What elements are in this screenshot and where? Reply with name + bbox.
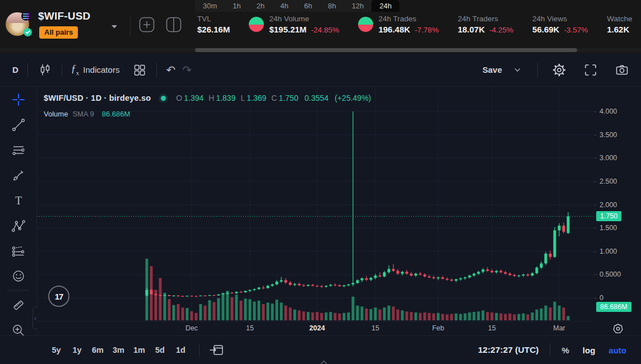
- price-tick-mark: [594, 135, 597, 136]
- volume-legend[interactable]: Volume SMA 9 86.686M: [44, 110, 130, 118]
- add-pair-button[interactable]: [139, 17, 155, 32]
- brush-icon[interactable]: [0, 162, 37, 188]
- layout-grid-button[interactable]: [128, 60, 151, 80]
- price-axis[interactable]: 4.0003.5003.0002.5002.0001.5001.0000.500…: [594, 87, 641, 321]
- stat-label: Watche: [607, 15, 632, 23]
- interval-tab-8h[interactable]: 8h: [320, 0, 343, 12]
- text-icon[interactable]: T: [0, 188, 37, 213]
- time-axis[interactable]: Dec15202415Feb15Mar: [37, 321, 594, 335]
- chart-toolbar: D ƒx Indicators ↶ ↷ Save: [0, 53, 641, 87]
- stat-label: 24h Volume: [269, 15, 339, 23]
- time-tick-label-Feb: Feb: [432, 324, 444, 332]
- time-tick-label-Dec: Dec: [185, 324, 198, 332]
- pane-expand-caret-icon[interactable]: [320, 357, 327, 364]
- drawing-tools-sidebar: T: [0, 87, 37, 364]
- xabcd-pattern-icon[interactable]: [0, 213, 37, 238]
- save-button[interactable]: Save: [479, 63, 505, 77]
- range-button-5y[interactable]: 5y: [47, 343, 66, 357]
- price-tick-mark: [594, 181, 597, 182]
- price-tick-label: 3.000: [600, 153, 617, 162]
- range-button-1y[interactable]: 1y: [68, 343, 86, 357]
- header-separator: [130, 15, 131, 37]
- stat-value: $26.16M: [197, 25, 230, 34]
- sidebar-divider: [7, 290, 30, 291]
- token-avatar[interactable]: [6, 12, 32, 39]
- stat-value: 196.48K: [378, 25, 410, 34]
- log-scale-button[interactable]: log: [583, 346, 596, 355]
- indicators-label: Indicators: [83, 65, 119, 74]
- time-tick-label-Mar: Mar: [553, 324, 565, 332]
- indicators-button[interactable]: ƒx Indicators: [68, 61, 123, 78]
- price-tick-mark: [594, 205, 597, 206]
- toolbar-separator: [62, 63, 62, 77]
- stat-watche: Watche1.62K: [607, 15, 632, 34]
- price-tick-label: 4.000: [600, 107, 617, 116]
- redo-icon[interactable]: ↷: [179, 61, 195, 79]
- toolbar-separator: [27, 63, 28, 77]
- percent-scale-button[interactable]: %: [561, 346, 569, 355]
- range-button-1m[interactable]: 1m: [130, 343, 148, 357]
- camera-icon[interactable]: [611, 60, 633, 80]
- price-tick-mark: [594, 228, 597, 228]
- stat-tvl: TVL$26.16M: [197, 15, 230, 34]
- chart-legend[interactable]: $WIF/USD · 1D · birdeye.so O1.394 H1.839…: [44, 94, 371, 102]
- fib-lines-icon[interactable]: [0, 137, 37, 162]
- toolbar-right-group: Save: [479, 60, 633, 80]
- stat-value: 1.62K: [607, 25, 629, 34]
- gear-icon[interactable]: [548, 60, 570, 80]
- emoji-icon[interactable]: [0, 263, 37, 288]
- birdeye-chart-app: $WIF-USD All pairs 30m1h2h4h6h8h12h24h T…: [0, 0, 641, 364]
- fullscreen-icon[interactable]: [579, 60, 602, 80]
- header-scrollbar-thumb[interactable]: [195, 48, 577, 52]
- stat-24h-trades: 24h Trades196.48K-7.78%: [358, 15, 439, 34]
- time-tick-label-15: 15: [371, 324, 379, 332]
- time-tick-label-15: 15: [488, 324, 496, 332]
- chart-canvas: [37, 87, 594, 321]
- price-tick-mark: [594, 111, 597, 112]
- volume-value-badge: 86.686M: [596, 302, 631, 312]
- price-tick-mark: [594, 274, 597, 275]
- stat-change: -4.25%: [489, 26, 513, 34]
- interval-tab-24h[interactable]: 24h: [371, 0, 400, 12]
- stat-label: TVL: [197, 15, 230, 23]
- range-button-3m[interactable]: 3m: [109, 343, 128, 357]
- forecast-icon[interactable]: [0, 238, 37, 263]
- undo-icon[interactable]: ↶: [162, 61, 179, 79]
- bottom-separator: [199, 343, 199, 357]
- range-button-5d[interactable]: 5d: [151, 343, 169, 357]
- ruler-icon[interactable]: [0, 292, 37, 318]
- crosshair-icon[interactable]: [0, 87, 37, 112]
- token-header: $WIF-USD All pairs 30m1h2h4h6h8h12h24h T…: [0, 0, 641, 53]
- split-layout-button[interactable]: [166, 17, 182, 32]
- interval-tab-6h[interactable]: 6h: [296, 0, 320, 12]
- auto-scale-button[interactable]: auto: [609, 346, 626, 355]
- toolbar-separator: [156, 63, 157, 77]
- interval-tab-30m[interactable]: 30m: [195, 0, 225, 12]
- go-to-date-icon[interactable]: [208, 342, 225, 358]
- stat-24h-views: 24h Views56.69K-3.57%: [532, 15, 588, 34]
- clock-utc[interactable]: 12:27:27 (UTC): [478, 345, 539, 355]
- header-scrollbar-track[interactable]: [0, 48, 641, 52]
- range-button-6m[interactable]: 6m: [89, 343, 107, 357]
- price-tick-label: 3.500: [600, 130, 617, 139]
- save-dropdown-caret-icon[interactable]: [511, 66, 524, 74]
- chart-pane[interactable]: $WIF/USD · 1D · birdeye.so O1.394 H1.839…: [37, 87, 594, 321]
- trend-line-icon[interactable]: [0, 112, 37, 137]
- interval-tab-2h[interactable]: 2h: [249, 0, 272, 12]
- interval-tab-12h[interactable]: 12h: [344, 0, 372, 12]
- symbol-dropdown-caret-icon[interactable]: [111, 21, 118, 31]
- token-stats-row: TVL$26.16M24h Volume$195.21M-24.85%24h T…: [197, 15, 632, 34]
- legend-symbol: $WIF/USD · 1D · birdeye.so: [44, 94, 151, 102]
- interval-tab-1h[interactable]: 1h: [225, 0, 248, 12]
- interval-button[interactable]: D: [9, 63, 22, 77]
- svg-text:T: T: [15, 194, 22, 206]
- tradingview-logo[interactable]: 17: [48, 286, 69, 307]
- interval-tab-4h[interactable]: 4h: [272, 0, 296, 12]
- price-tick-mark: [594, 158, 597, 158]
- axis-settings-icon[interactable]: [609, 322, 628, 335]
- range-button-1d[interactable]: 1d: [171, 343, 190, 357]
- candlestick-style-button[interactable]: [34, 60, 56, 80]
- all-pairs-badge[interactable]: All pairs: [39, 26, 78, 39]
- buy-sell-pie-icon: [358, 17, 373, 32]
- price-tick-label: 1.000: [600, 247, 617, 256]
